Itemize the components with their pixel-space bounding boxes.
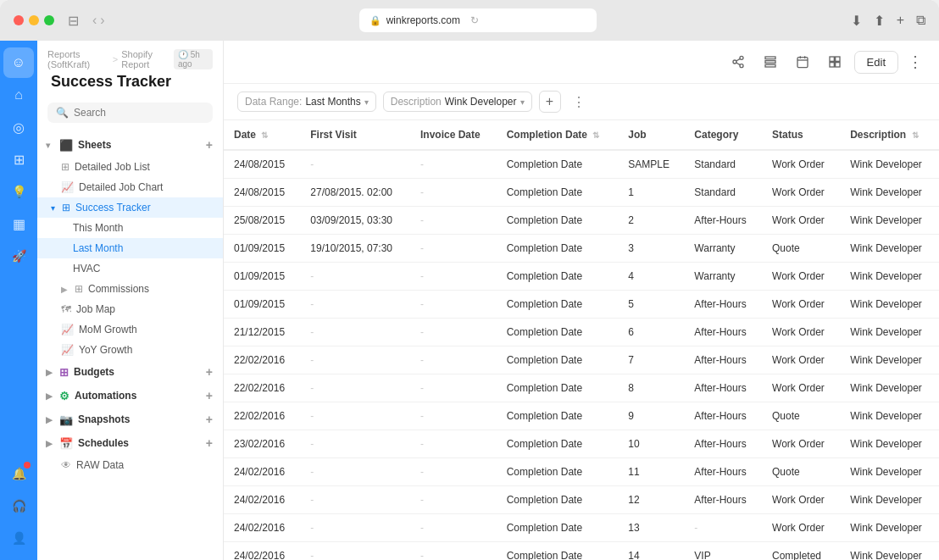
- new-tab-icon[interactable]: +: [897, 13, 904, 28]
- iconbar-item-bell[interactable]: 🔔: [3, 458, 34, 489]
- sidebar-item-raw-data[interactable]: 👁 RAW Data: [37, 455, 223, 475]
- table-row: 24/02/2016--Completion Date14VIPComplete…: [224, 542, 939, 561]
- cell-category: VIP: [684, 542, 762, 561]
- cell-description: Wink Developer: [840, 347, 939, 374]
- share-button[interactable]: [725, 49, 751, 75]
- share-icon[interactable]: ⬆: [874, 13, 885, 29]
- iconbar-item-smiley[interactable]: ☺: [3, 47, 34, 78]
- reload-icon[interactable]: ↻: [470, 14, 479, 26]
- iconbar-item-home[interactable]: ⌂: [3, 80, 34, 110]
- tab-grid-icon[interactable]: ⧉: [916, 13, 925, 28]
- budgets-add-icon[interactable]: +: [206, 365, 213, 379]
- close-button[interactable]: [14, 15, 24, 25]
- add-filter-button[interactable]: +: [539, 91, 561, 113]
- automations-add-icon[interactable]: +: [206, 389, 213, 402]
- cell-completion-date: Completion Date: [497, 263, 619, 291]
- sidebar-item-detailed-job-chart[interactable]: 📈 Detailed Job Chart: [37, 177, 223, 197]
- svg-rect-5: [765, 57, 775, 59]
- cell-description: Wink Developer: [840, 291, 939, 319]
- sidebar-item-last-month[interactable]: Last Month: [37, 238, 223, 258]
- cell-date: 01/09/2015: [224, 263, 300, 291]
- cell-completion-date: Completion Date: [497, 486, 619, 514]
- iconbar-item-rocket[interactable]: 🚀: [3, 241, 34, 271]
- budgets-section[interactable]: ▶ ⊞ Budgets +: [37, 360, 223, 384]
- description-sort-icon: ⇅: [912, 130, 919, 140]
- description-filter[interactable]: Description Wink Developer ▾: [383, 91, 532, 112]
- cell-category: Warranty: [684, 263, 762, 291]
- schedules-section[interactable]: ▶ 📅 Schedules +: [37, 431, 223, 455]
- sidebar-item-yoy-growth[interactable]: 📈 YoY Growth: [37, 340, 223, 360]
- col-category[interactable]: Category: [684, 120, 762, 150]
- iconbar-item-grid[interactable]: ⊞: [3, 144, 34, 175]
- svg-rect-12: [830, 57, 834, 61]
- col-description[interactable]: Description ⇅: [840, 120, 939, 150]
- headset-icon: 🎧: [12, 499, 26, 513]
- forward-arrow-icon[interactable]: ›: [100, 13, 104, 28]
- cell-invoice-date: -: [410, 430, 497, 458]
- description-filter-value: Wink Developer: [445, 96, 517, 108]
- iconbar-item-headset[interactable]: 🎧: [3, 491, 34, 521]
- cell-job: 6: [618, 319, 684, 347]
- calendar-view-button[interactable]: [790, 49, 815, 75]
- col-status[interactable]: Status: [762, 120, 840, 150]
- sheets-add-icon[interactable]: +: [206, 138, 213, 152]
- maximize-button[interactable]: [44, 15, 54, 25]
- sidebar-item-hvac[interactable]: HVAC: [37, 258, 223, 279]
- cell-status: Quote: [762, 458, 840, 486]
- col-date[interactable]: Date ⇅: [224, 120, 300, 150]
- sidebar-item-commissions[interactable]: ▶ ⊞ Commissions: [37, 279, 223, 299]
- col-first-visit[interactable]: First Visit: [300, 120, 410, 150]
- col-job[interactable]: Job: [618, 120, 684, 150]
- sidebar-item-success-tracker[interactable]: ▾ ⊞ Success Tracker: [37, 197, 223, 218]
- sidebar-item-job-map[interactable]: 🗺 Job Map: [37, 299, 223, 319]
- sidebar-item-label: Job Map: [76, 303, 115, 315]
- sidebar-toggle-icon[interactable]: ⊟: [68, 13, 79, 29]
- schedules-add-icon[interactable]: +: [206, 436, 213, 450]
- iconbar-item-target[interactable]: ◎: [3, 112, 34, 142]
- automations-section[interactable]: ▶ ⚙ Automations +: [37, 384, 223, 408]
- iconbar-item-lightbulb[interactable]: 💡: [3, 176, 34, 207]
- dashboard-view-button[interactable]: [822, 49, 847, 75]
- tree-nav: ▾ ⬛ Sheets + ⊞ Detailed Job List 📈 Detai…: [37, 130, 223, 560]
- sheets-section[interactable]: ▾ ⬛ Sheets +: [37, 133, 223, 157]
- table-row: 24/08/201527/08/2015. 02:00-Completion D…: [224, 179, 939, 207]
- completion-sort-icon: ⇅: [592, 130, 599, 140]
- cell-invoice-date: -: [410, 319, 497, 347]
- download-icon[interactable]: ⬇: [851, 13, 862, 29]
- col-completion-date[interactable]: Completion Date ⇅: [497, 120, 619, 150]
- iconbar-item-calendar[interactable]: ▦: [3, 208, 34, 239]
- cell-completion-date: Completion Date: [497, 150, 619, 179]
- search-input[interactable]: [74, 107, 204, 119]
- minimize-button[interactable]: [29, 15, 39, 25]
- schedules-label: Schedules: [78, 437, 201, 449]
- lightbulb-icon: 💡: [12, 185, 26, 198]
- cell-status: Work Order: [762, 291, 840, 319]
- sidebar-item-this-month[interactable]: This Month: [37, 218, 223, 238]
- filters-bar: Data Range: Last Months ▾ Description Wi…: [224, 84, 939, 120]
- breadcrumb-current[interactable]: Shopify Report: [121, 49, 170, 69]
- cell-status: Work Order: [762, 374, 840, 402]
- cell-first-visit: -: [300, 402, 410, 430]
- back-arrow-icon[interactable]: ‹: [92, 13, 97, 28]
- breadcrumb-reports[interactable]: Reports (SoftKraft): [47, 49, 109, 69]
- sidebar-item-detailed-job-list[interactable]: ⊞ Detailed Job List: [37, 157, 223, 177]
- data-range-filter[interactable]: Data Range: Last Months ▾: [237, 91, 376, 112]
- more-options-button[interactable]: ⋮: [905, 52, 925, 72]
- cell-job: 7: [618, 347, 684, 374]
- job-map-icon: 🗺: [61, 303, 71, 315]
- cell-category: Standard: [684, 179, 762, 207]
- snapshots-section[interactable]: ▶ 📷 Snapshots +: [37, 408, 223, 431]
- search-box[interactable]: 🔍: [47, 103, 213, 123]
- edit-button[interactable]: Edit: [854, 51, 898, 74]
- filter-more-button[interactable]: ⋮: [568, 91, 590, 113]
- cell-description: Wink Developer: [840, 179, 939, 207]
- main-header: Edit ⋮: [224, 41, 939, 84]
- snapshots-add-icon[interactable]: +: [206, 413, 213, 426]
- list-view-button[interactable]: [758, 49, 783, 75]
- sidebar-item-mom-growth[interactable]: 📈 MoM Growth: [37, 319, 223, 340]
- commissions-icon: ⊞: [75, 283, 83, 295]
- col-invoice-date[interactable]: Invoice Date: [410, 120, 497, 150]
- cell-completion-date: Completion Date: [497, 291, 619, 319]
- table-row: 24/02/2016--Completion Date13-Work Order…: [224, 514, 939, 542]
- iconbar-item-user[interactable]: 👤: [3, 523, 34, 553]
